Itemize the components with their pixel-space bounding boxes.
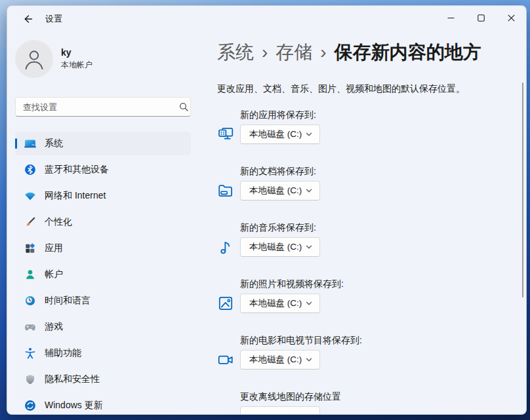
offline-maps-label: 更改离线地图的存储位置 bbox=[240, 391, 526, 403]
main-content: 系统›存储›保存新内容的地方 更改应用、文档、音乐、图片、视频和地图的默认保存位… bbox=[211, 32, 526, 415]
save-location-section-documents: 新的文档将保存到: 本地磁盘 (C:) bbox=[217, 166, 526, 200]
sidebar-item-accounts[interactable]: 帐户 bbox=[15, 263, 191, 286]
dropdown-value: 本地磁盘 (C:) bbox=[249, 354, 302, 366]
dropdown-value: 本地磁盘 (C:) bbox=[249, 185, 302, 197]
music-location-dropdown[interactable]: 本地磁盘 (C:) bbox=[240, 237, 320, 257]
search-icon bbox=[179, 102, 188, 111]
window-title: 设置 bbox=[45, 13, 62, 25]
back-arrow-icon bbox=[22, 14, 33, 24]
sidebar-item-gaming[interactable]: 游戏 bbox=[15, 315, 191, 339]
offline-maps-dropdown-partial[interactable] bbox=[240, 406, 320, 415]
vertical-scrollbar[interactable] bbox=[522, 83, 523, 297]
apps-icon bbox=[24, 242, 37, 255]
windows-update-icon bbox=[24, 399, 37, 412]
save-location-section-music: 新的音乐将保存到: 本地磁盘 (C:) bbox=[217, 222, 526, 257]
sidebar-item-apps[interactable]: 应用 bbox=[15, 237, 191, 260]
user-account-type: 本地帐户 bbox=[61, 60, 92, 71]
chevron-down-icon bbox=[305, 356, 313, 364]
chevron-down-icon bbox=[305, 243, 313, 251]
sidebar-item-label: 时间和语言 bbox=[45, 295, 91, 307]
bluetooth-icon bbox=[24, 163, 37, 176]
section-label: 新的音乐将保存到: bbox=[240, 222, 526, 234]
chevron-down-icon bbox=[305, 187, 313, 195]
maximize-icon bbox=[478, 14, 485, 22]
new-documents-icon bbox=[217, 182, 234, 199]
selected-indicator bbox=[15, 138, 17, 149]
new-apps-icon bbox=[217, 126, 234, 143]
minimize-icon bbox=[447, 14, 455, 22]
network-icon bbox=[24, 189, 37, 202]
sidebar-item-label: 个性化 bbox=[45, 216, 72, 228]
apps-location-dropdown[interactable]: 本地磁盘 (C:) bbox=[240, 124, 320, 144]
back-button[interactable] bbox=[19, 11, 36, 27]
sidebar-item-label: 辅助功能 bbox=[45, 347, 81, 359]
avatar bbox=[15, 40, 53, 78]
accounts-icon bbox=[24, 268, 37, 281]
new-photos-videos-icon bbox=[217, 295, 234, 312]
section-label: 新的应用将保存到: bbox=[240, 109, 526, 121]
photos-location-dropdown[interactable]: 本地磁盘 (C:) bbox=[240, 294, 320, 313]
section-label: 新的电影和电视节目将保存到: bbox=[240, 335, 526, 347]
dropdown-value: 本地磁盘 (C:) bbox=[249, 128, 302, 140]
page-description: 更改应用、文档、音乐、图片、视频和地图的默认保存位置。 bbox=[217, 83, 526, 95]
section-label: 新的照片和视频将保存到: bbox=[240, 278, 526, 290]
sidebar-item-label: 系统 bbox=[45, 138, 63, 149]
sidebar-nav: 系统 蓝牙和其他设备 bbox=[15, 132, 197, 415]
new-movies-tv-icon bbox=[217, 351, 234, 368]
caption-controls bbox=[436, 6, 526, 29]
save-location-section-photos: 新的照片和视频将保存到: 本地磁盘 (C:) bbox=[217, 278, 526, 313]
personalization-icon bbox=[24, 216, 37, 229]
system-icon bbox=[24, 137, 37, 150]
breadcrumb-separator: › bbox=[262, 42, 268, 62]
dropdown-value: 本地磁盘 (C:) bbox=[249, 297, 302, 309]
sidebar-item-time-language[interactable]: 时间和语言 bbox=[15, 289, 191, 313]
save-location-section-movies: 新的电影和电视节目将保存到: 本地磁盘 (C:) bbox=[217, 335, 526, 370]
sidebar-item-label: Windows 更新 bbox=[45, 400, 103, 411]
close-button[interactable] bbox=[496, 6, 526, 29]
sidebar-item-label: 应用 bbox=[45, 242, 63, 254]
breadcrumb-separator: › bbox=[320, 42, 326, 62]
user-name: ky bbox=[61, 47, 92, 58]
movies-location-dropdown[interactable]: 本地磁盘 (C:) bbox=[240, 350, 320, 370]
accessibility-icon bbox=[24, 347, 37, 360]
chevron-down-icon bbox=[305, 299, 313, 307]
sidebar-item-accessibility[interactable]: 辅助功能 bbox=[15, 341, 191, 365]
sidebar-item-label: 隐私和安全性 bbox=[45, 373, 100, 385]
section-label: 新的文档将保存到: bbox=[240, 166, 526, 178]
privacy-icon bbox=[24, 373, 37, 386]
sidebar-item-system[interactable]: 系统 bbox=[15, 132, 191, 155]
documents-location-dropdown[interactable]: 本地磁盘 (C:) bbox=[240, 181, 320, 200]
save-location-section-apps: 新的应用将保存到: 本地磁盘 (C:) bbox=[217, 109, 526, 144]
new-music-icon bbox=[217, 239, 234, 256]
close-icon bbox=[508, 14, 515, 22]
breadcrumb: 系统›存储›保存新内容的地方 bbox=[217, 40, 526, 65]
sidebar-item-privacy[interactable]: 隐私和安全性 bbox=[15, 368, 191, 391]
sidebar: ky 本地帐户 bbox=[7, 32, 211, 415]
sidebar-item-network[interactable]: 网络和 Internet bbox=[15, 184, 191, 208]
person-icon bbox=[22, 47, 46, 71]
breadcrumb-system[interactable]: 系统 bbox=[217, 42, 254, 62]
user-account[interactable]: ky 本地帐户 bbox=[15, 40, 197, 78]
search-input[interactable] bbox=[15, 97, 191, 117]
maximize-button[interactable] bbox=[466, 6, 496, 29]
sidebar-item-bluetooth[interactable]: 蓝牙和其他设备 bbox=[15, 158, 191, 181]
settings-window: 设置 ky bbox=[7, 5, 527, 415]
sidebar-item-label: 蓝牙和其他设备 bbox=[45, 164, 109, 176]
chevron-down-icon bbox=[305, 130, 313, 138]
minimize-button[interactable] bbox=[436, 6, 466, 29]
search-box bbox=[15, 97, 197, 117]
sidebar-item-label: 游戏 bbox=[45, 321, 63, 333]
breadcrumb-storage[interactable]: 存储 bbox=[275, 42, 312, 62]
time-language-icon bbox=[24, 294, 37, 307]
page-title: 保存新内容的地方 bbox=[335, 42, 481, 62]
sidebar-item-label: 帐户 bbox=[45, 269, 63, 280]
sidebar-item-windows-update[interactable]: Windows 更新 bbox=[15, 394, 191, 415]
dropdown-value: 本地磁盘 (C:) bbox=[249, 241, 302, 253]
titlebar: 设置 bbox=[7, 6, 526, 32]
sidebar-item-label: 网络和 Internet bbox=[45, 190, 106, 202]
gaming-icon bbox=[24, 320, 37, 334]
sidebar-item-personalization[interactable]: 个性化 bbox=[15, 210, 191, 234]
